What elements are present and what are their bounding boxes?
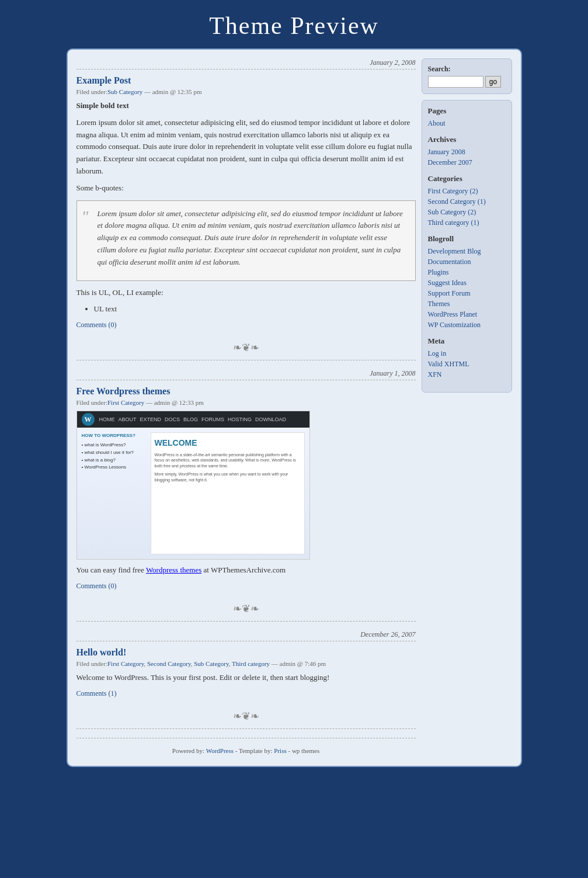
blockquote-1: " Lorem ipsum dolor sit amet, consectetu…: [76, 200, 416, 281]
cat-item-0: First Category (2): [428, 186, 506, 196]
category-link-2[interactable]: First Category: [107, 399, 144, 406]
list-label-1: This is UL, OL, LI example:: [76, 287, 416, 299]
cat-link-1[interactable]: Second Category (1): [428, 197, 486, 206]
archives-list: January 2008 December 2007: [428, 147, 506, 167]
search-input[interactable]: [428, 76, 483, 88]
search-button[interactable]: go: [485, 76, 501, 88]
post-divider-3: ❧❦❧: [76, 710, 416, 729]
search-widget: Search: go: [422, 58, 512, 94]
comments-anchor-3[interactable]: Comments (1): [76, 689, 117, 697]
comments-anchor-2[interactable]: Comments (0): [76, 582, 117, 590]
wp-mock-left: HOW TO WORDPRESS? • what is WordPress? •…: [82, 432, 146, 554]
blogroll-link-2[interactable]: Plugins: [428, 268, 449, 276]
wp-mock-body: HOW TO WORDPRESS? • what is WordPress? •…: [77, 428, 309, 559]
footer-wp-link[interactable]: WordPress: [206, 747, 234, 754]
wp-nav-forums: FORUMS: [201, 415, 224, 424]
blogroll-link-3[interactable]: Suggest Ideas: [428, 279, 467, 287]
meta-link-1[interactable]: Valid XHTML: [428, 360, 469, 368]
pages-item-0: About: [428, 119, 506, 128]
footer-priss-link[interactable]: Priss: [274, 747, 286, 754]
post-2: Free Wordpress themes Filed under:First …: [76, 386, 416, 591]
bquotes-label-1: Some b-quotes:: [76, 182, 416, 195]
meta-item-1: Valid XHTML: [428, 359, 506, 369]
post-title-link-3[interactable]: Hello world!: [76, 647, 127, 657]
main-content: January 2, 2008 Example Post Filed under…: [76, 58, 416, 757]
blogroll-link-5[interactable]: Themes: [428, 300, 450, 308]
wordpress-themes-link[interactable]: Wordpress themes: [146, 565, 201, 574]
cat-link-3-3[interactable]: Third category: [232, 660, 270, 667]
sidebar-pages-section: Pages About: [428, 106, 506, 128]
meta-item-2: XFN: [428, 370, 506, 379]
category-link-1[interactable]: Sub Category: [107, 88, 142, 95]
post2-body-text: You can easy find free: [76, 565, 146, 574]
post-title-1: Example Post: [76, 75, 416, 86]
archives-link-1[interactable]: December 2007: [428, 158, 472, 166]
wp-nav-download: DOWNLOAD: [255, 415, 286, 424]
meta-suffix-2: — admin @ 12:33 pm: [146, 399, 204, 406]
wp-mock: W HOME ABOUT EXTEND DOCS BLOG FORUMS HOS…: [77, 411, 309, 559]
wp-nav-docs: DOCS: [165, 415, 180, 424]
post-title-link-1[interactable]: Example Post: [76, 75, 131, 85]
blogroll-item-1: Documentation: [428, 257, 506, 266]
date-header-post3: December 26, 2007: [76, 630, 416, 641]
blogroll-link-4[interactable]: Support Forum: [428, 289, 471, 297]
filed-under-label-1: Filed under:: [76, 88, 107, 95]
cat-item-3: Third category (1): [428, 218, 506, 227]
post-title-2: Free Wordpress themes: [76, 386, 416, 397]
cat-link-2[interactable]: Sub Category (2): [428, 208, 476, 216]
post-meta-1: Filed under:Sub Category — admin @ 12:35…: [76, 88, 416, 95]
meta-link-0[interactable]: Log in: [428, 349, 447, 358]
pages-link-0[interactable]: About: [428, 119, 446, 127]
site-title: Theme Preview: [0, 12, 588, 40]
post-meta-2: Filed under:First Category — admin @ 12:…: [76, 399, 416, 406]
post-1: Example Post Filed under:Sub Category — …: [76, 75, 416, 329]
meta-suffix-1: — admin @ 12:35 pm: [144, 88, 202, 95]
bold-text-1: Simple bold text: [76, 101, 129, 110]
post-content-1: Simple bold text Lorem ipsum dolor sit a…: [76, 100, 416, 315]
cat-link-3-2[interactable]: Sub Category: [194, 660, 228, 667]
wp-mock-description2: More simply, WordPress is what you use w…: [155, 471, 301, 483]
wp-nav-items: HOME ABOUT EXTEND DOCS BLOG FORUMS HOSTI…: [99, 415, 287, 424]
filed-under-label-2: Filed under:: [76, 399, 107, 406]
blockquote-text-1: Lorem ipsum dolor sit amet, consectetur …: [86, 208, 406, 269]
post-title-link-2[interactable]: Free Wordpress themes: [76, 386, 171, 396]
wp-logo-icon: W: [82, 413, 95, 426]
blogroll-item-7: WP Customization: [428, 320, 506, 329]
comments-link-3: Comments (1): [76, 689, 416, 698]
ul-item-1: UL text: [94, 303, 416, 315]
post-divider-1: ❧❦❧: [76, 341, 416, 360]
comments-anchor-1[interactable]: Comments (0): [76, 321, 117, 329]
blogroll-link-0[interactable]: Development Blog: [428, 247, 481, 255]
cat-link-3[interactable]: Third category (1): [428, 218, 479, 227]
meta-link-2[interactable]: XFN: [428, 370, 442, 379]
pages-list: About: [428, 119, 506, 128]
sidebar-inner: Pages About Archives January 2008: [422, 100, 512, 393]
post-content-3: Welcome to WordPress. This is your first…: [76, 672, 416, 684]
sidebar-categories-section: Categories First Category (2) Second Cat…: [428, 174, 506, 227]
meta-item-0: Log in: [428, 349, 506, 358]
cat-item-1: Second Category (1): [428, 197, 506, 206]
blogroll-item-6: WordPress Planet: [428, 310, 506, 319]
blogroll-link-6[interactable]: WordPress Planet: [428, 310, 478, 318]
blogroll-item-3: Suggest Ideas: [428, 278, 506, 287]
categories-heading: Categories: [428, 174, 506, 183]
categories-list: First Category (2) Second Category (1) S…: [428, 186, 506, 227]
meta-list: Log in Valid XHTML XFN: [428, 349, 506, 379]
cat-link-3-0[interactable]: First Category: [107, 660, 144, 667]
footer-template-label: - Template by:: [235, 747, 273, 754]
archives-heading: Archives: [428, 135, 506, 144]
site-header: Theme Preview: [0, 0, 588, 48]
post-meta-3: Filed under:First Category, Second Categ…: [76, 660, 416, 667]
archives-link-0[interactable]: January 2008: [428, 148, 465, 156]
blogroll-link-1[interactable]: Documentation: [428, 258, 471, 266]
site-footer: Powered by: WordPress - Template by: Pri…: [76, 738, 416, 757]
blockquote-mark: ": [82, 204, 89, 230]
meta-heading: Meta: [428, 336, 506, 346]
cat-link-3-1[interactable]: Second Category: [147, 660, 191, 667]
main-wrapper: January 2, 2008 Example Post Filed under…: [67, 48, 522, 767]
wp-welcome-text: WELCOME: [155, 436, 301, 449]
cat-link-0[interactable]: First Category (2): [428, 187, 478, 195]
blogroll-link-7[interactable]: WP Customization: [428, 321, 481, 329]
body-paragraph-1: Lorem ipsum dolor sit amet, consectetur …: [76, 117, 416, 178]
pages-heading: Pages: [428, 106, 506, 116]
